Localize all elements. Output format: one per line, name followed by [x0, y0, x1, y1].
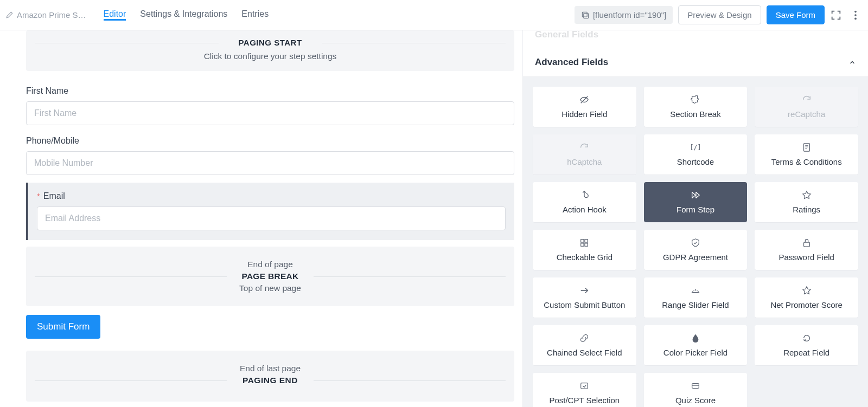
field-card-chained-select[interactable]: Chained Select Field [533, 325, 636, 365]
field-card-label: Range Slider Field [662, 300, 729, 309]
field-card-label: Form Step [676, 205, 714, 214]
shield-icon [691, 237, 700, 248]
select-box-icon [579, 380, 589, 391]
field-card-hidden-field[interactable]: Hidden Field [533, 87, 636, 127]
more-menu-button[interactable] [847, 9, 861, 21]
page-break-top-label: Top of new page [35, 281, 506, 295]
general-fields-heading[interactable]: General Fields [523, 30, 868, 48]
phone-label: Phone/Mobile [26, 136, 514, 146]
field-card-label: Post/CPT Selection [549, 396, 620, 405]
field-card-label: hCaptcha [567, 157, 602, 166]
email-label: *Email [37, 191, 506, 201]
field-card-ratings[interactable]: Ratings [755, 182, 858, 222]
page-break-block[interactable]: End of page PAGE BREAK Top of new page [26, 247, 514, 306]
field-card-label: reCaptcha [788, 109, 825, 119]
more-vertical-icon [850, 9, 861, 21]
phone-input[interactable] [26, 151, 514, 175]
field-card-label: Terms & Conditions [771, 157, 842, 166]
form-title[interactable]: Amazon Prime S… [5, 10, 86, 20]
slider-icon [691, 285, 700, 296]
pencil-icon [5, 11, 14, 19]
submit-form-button[interactable]: Submit Form [26, 315, 100, 339]
field-card-nps[interactable]: Net Promoter Score [755, 277, 858, 318]
field-card-checkable-grid[interactable]: Checkable Grid [533, 230, 636, 270]
field-phone[interactable]: Phone/Mobile [26, 128, 514, 178]
field-card-repeat[interactable]: Repeat Field [755, 325, 858, 365]
tab-editor[interactable]: Editor [104, 9, 126, 21]
field-card-post-cpt[interactable]: Post/CPT Selection [533, 373, 636, 407]
field-card-color-picker[interactable]: Color Picker Field [644, 325, 748, 365]
field-card-shortcode[interactable]: Shortcode [644, 134, 748, 175]
puzzle-icon [691, 94, 700, 105]
tab-entries[interactable]: Entries [241, 9, 269, 21]
chevron-up-icon [848, 59, 856, 66]
copy-icon [581, 11, 590, 20]
field-card-label: Ratings [793, 205, 820, 214]
eye-off-icon [579, 94, 589, 105]
field-card-label: Color Picker Field [663, 348, 727, 357]
svg-point-18 [854, 14, 857, 16]
grid-icon [579, 237, 589, 248]
field-card-label: Password Field [778, 253, 834, 262]
shortcode-pill[interactable]: [fluentform id="190"] [575, 6, 673, 24]
drop-icon [691, 333, 700, 344]
advanced-fields-grid: Hidden FieldSection BreakreCaptchahCaptc… [523, 77, 868, 407]
field-card-label: Section Break [670, 109, 720, 119]
fullscreen-icon [830, 9, 842, 21]
topbar: Amazon Prime S… Editor Settings & Integr… [0, 0, 868, 30]
field-card-recaptcha: reCaptcha [755, 87, 858, 127]
doc-icon [802, 142, 812, 153]
redo-icon [802, 333, 812, 344]
page-break-end-label: End of page [35, 257, 506, 272]
field-card-gdpr[interactable]: GDPR Agreement [644, 230, 748, 270]
paging-start-block[interactable]: PAGING START Click to configure your ste… [26, 30, 514, 71]
field-card-form-step[interactable]: Form Step [644, 182, 748, 222]
paging-end-block[interactable]: End of last page PAGING END [26, 351, 514, 402]
preview-design-button[interactable]: Preview & Design [678, 5, 761, 24]
first-name-input[interactable] [26, 101, 514, 125]
fields-panel: General Fields Advanced Fields Hidden Fi… [523, 30, 868, 407]
tab-settings[interactable]: Settings & Integrations [140, 9, 227, 21]
field-card-label: Action Hook [563, 205, 607, 214]
field-card-label: Chained Select Field [547, 348, 622, 357]
advanced-fields-heading[interactable]: Advanced Fields [523, 48, 868, 77]
field-card-label: Quiz Score [675, 396, 716, 405]
refresh-icon [802, 94, 812, 105]
svg-rect-15 [584, 13, 589, 18]
svg-rect-16 [582, 12, 587, 17]
fast-fwd-icon [691, 190, 700, 201]
main-tabs: Editor Settings & Integrations Entries [104, 9, 269, 21]
field-email-selected[interactable]: *Email [26, 183, 514, 240]
field-card-action-hook[interactable]: Action Hook [533, 182, 636, 222]
field-card-quiz-score[interactable]: Quiz Score [644, 373, 748, 407]
hook-icon [579, 190, 589, 201]
field-card-hcaptcha: hCaptcha [533, 134, 636, 175]
field-card-section-break[interactable]: Section Break [644, 87, 748, 127]
save-form-button[interactable]: Save Form [767, 5, 825, 24]
page-break-title: PAGE BREAK [35, 272, 506, 281]
field-card-label: Checkable Grid [557, 253, 612, 262]
field-first-name[interactable]: First Name [26, 79, 514, 128]
field-card-label: Custom Submit Button [544, 300, 625, 309]
paging-start-subtitle: Click to configure your step settings [35, 51, 506, 61]
paging-start-title: PAGING START [35, 38, 506, 47]
star-icon [802, 190, 812, 201]
link-icon [579, 333, 589, 344]
paging-end-title: PAGING END [35, 376, 506, 385]
refresh-icon [579, 142, 589, 153]
svg-point-19 [854, 17, 857, 20]
field-card-label: Repeat Field [783, 348, 829, 357]
svg-point-17 [854, 10, 857, 12]
card-icon [691, 380, 700, 391]
star-icon [802, 285, 812, 296]
fullscreen-button[interactable] [830, 9, 842, 21]
field-card-range-slider[interactable]: Range Slider Field [644, 277, 748, 318]
field-card-terms[interactable]: Terms & Conditions [755, 134, 858, 175]
field-card-password[interactable]: Password Field [755, 230, 858, 270]
first-name-label: First Name [26, 86, 514, 96]
field-card-label: Net Promoter Score [770, 300, 843, 309]
field-card-label: Hidden Field [561, 109, 607, 119]
field-card-label: Shortcode [677, 157, 714, 166]
email-input[interactable] [37, 206, 506, 230]
field-card-custom-submit[interactable]: Custom Submit Button [533, 277, 636, 318]
